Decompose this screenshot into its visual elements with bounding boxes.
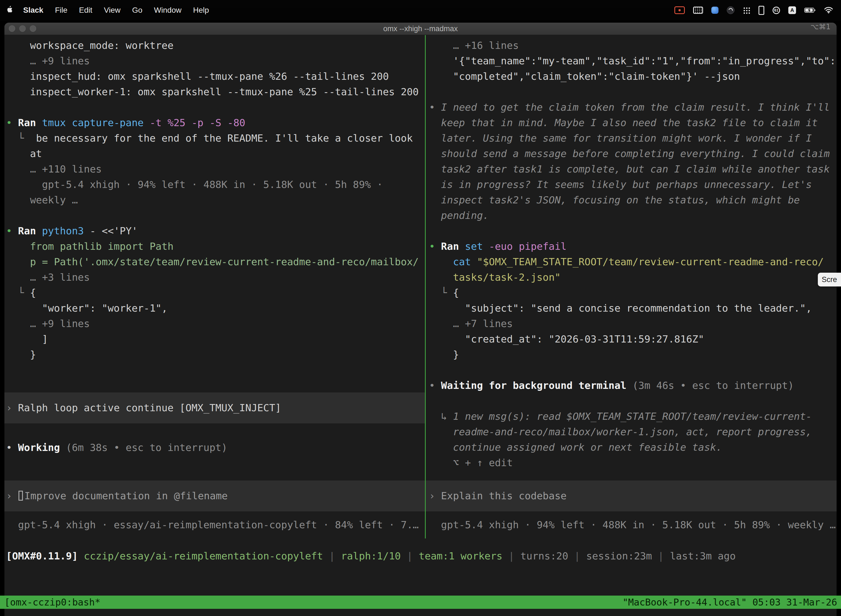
apple-menu[interactable] [4, 0, 18, 21]
screen-share-pill[interactable]: Scre [818, 273, 841, 286]
terminal-line: readme-and-reco/mailbox/worker-1.json, a… [426, 424, 837, 440]
text-segment: › [6, 490, 18, 502]
terminal-line: └ be necessary for the end of the README… [4, 131, 425, 146]
spacer [4, 455, 425, 481]
text-segment: └ [18, 287, 30, 298]
text-segment: - <<'PY' [90, 225, 138, 236]
text-segment: Ran [18, 117, 42, 128]
text-segment: from pathlib import Path [30, 241, 174, 252]
terminal-line: "completed","claim_token":"claim-token"}… [426, 69, 837, 84]
terminal-line: continue assigned work or next feasible … [426, 440, 837, 455]
battery-icon[interactable] [800, 0, 820, 21]
badge-61-icon[interactable]: 61 [768, 0, 784, 21]
tmux-status-bar: [omx-cczip0:bash* "MacBook-Pro-44.local"… [0, 595, 841, 609]
text-segment: … +9 lines [30, 318, 90, 329]
text-segment: | [401, 550, 419, 562]
text-segment: continue assigned work or next feasible … [453, 441, 722, 453]
text-segment: turns:20 [520, 550, 568, 562]
terminal-line: workspace_mode: worktree [4, 38, 425, 53]
window-title: omx --xhigh --madmax [383, 25, 458, 33]
text-segment: { [453, 287, 459, 298]
terminal-line: tasks/task-2.json" [426, 270, 837, 285]
window-titlebar[interactable]: omx --xhigh --madmax ⌥⌘1 [4, 23, 837, 35]
window-shortcut-hint: ⌥⌘1 [810, 23, 831, 35]
text-segment: cat [453, 256, 477, 267]
terminal-line: • Ran set -euo pipefail [426, 239, 837, 254]
desktop: { "menubar": { "app_name": "Slack", "ite… [0, 0, 841, 616]
spacer [4, 208, 425, 223]
menu-edit[interactable]: Edit [73, 0, 98, 21]
text-segment: gpt-5.4 xhigh · essay/ai-reimplementatio… [18, 519, 419, 531]
menu-window[interactable]: Window [148, 0, 188, 21]
spacer [4, 511, 425, 517]
text-segment: inspect_worker-1: omx sparkshell --tmux-… [30, 86, 419, 97]
text-segment: "subject": "send a concise recommendatio… [465, 302, 812, 314]
terminal-line: ⌥ + ↑ edit [426, 455, 837, 471]
screen-recording-indicator-icon[interactable] [670, 0, 689, 21]
tmux-pane-left[interactable]: workspace_mode: worktree… +9 linesinspec… [4, 35, 425, 538]
terminal-line: pending. [426, 208, 837, 223]
swirl-glyph-icon [727, 6, 734, 14]
spacer [426, 223, 837, 239]
text-segment: I need to get the claim token from the c… [441, 101, 830, 113]
terminal-line: ↳ 1 new msg(s): read $OMX_TEAM_STATE_ROO… [426, 409, 837, 424]
terminal-line: ] [4, 331, 425, 347]
text-segment: tmux capture-pane [42, 117, 149, 128]
terminal-line: gpt-5.4 xhigh · 94% left · 488K in · 5.1… [4, 177, 425, 192]
blue-app-icon[interactable] [707, 0, 722, 21]
text-segment: (3m 46s • esc to interrupt) [632, 380, 794, 391]
text-segment: last:3m ago [670, 550, 736, 562]
tmux-host-clock: "MacBook-Pro-44.local" 05:03 31-Mar-26 [623, 597, 841, 608]
swirl-app-icon[interactable] [722, 0, 738, 21]
text-segment: Ran [18, 225, 42, 236]
text-segment: | [323, 550, 341, 562]
terminal-line: weekly … [4, 192, 425, 208]
terminal-line: later. Using the same for transition mig… [426, 131, 837, 146]
text-segment: Explain this codebase [441, 490, 567, 502]
text-segment: at [30, 148, 42, 159]
wifi-icon[interactable] [820, 0, 837, 21]
menubar: Slack File Edit View Go Window Help 61 A [0, 0, 841, 21]
keyboard-grid-icon[interactable] [689, 0, 707, 21]
text-segment: • [429, 380, 441, 391]
spacer [426, 393, 837, 409]
close-button[interactable] [9, 25, 15, 32]
terminal-line: inspect_worker-1: omx sparkshell --tmux-… [4, 84, 425, 100]
prompt-row[interactable]: › Explain this codebase [426, 481, 837, 511]
apple-logo-icon [7, 6, 13, 15]
prompt-row[interactable]: › Ralph loop active continue [OMX_TMUX_I… [4, 392, 425, 423]
text-segment: should send a message before completing … [441, 148, 830, 159]
device-icon[interactable] [755, 0, 768, 21]
badge-61-label: 61 [772, 7, 780, 14]
text-segment: is in progress? It seems likely but perh… [441, 179, 812, 190]
menu-go[interactable]: Go [126, 0, 148, 21]
text-segment: [OMX#0.11.9] [6, 550, 78, 562]
terminal-line: … +7 lines [426, 316, 837, 331]
text-segment: tasks/task-2.json" [453, 271, 561, 283]
minimize-button[interactable] [19, 25, 26, 32]
text-segment: "$OMX_TEAM_STATE_ROOT/team/review-curren… [477, 256, 823, 267]
keyboard-glyph-icon [693, 7, 703, 14]
dots-grid-icon[interactable] [738, 0, 755, 21]
omx-status-line: [OMX#0.11.9] cczip/essay/ai-reimplementa… [4, 549, 837, 564]
text-segment: … +3 lines [30, 271, 90, 283]
spacer [4, 362, 425, 392]
menu-slack[interactable]: Slack [18, 0, 49, 21]
terminal-line: … +9 lines [4, 53, 425, 69]
input-source-icon[interactable]: A [784, 0, 800, 21]
text-segment: ] [42, 333, 48, 345]
tmux-pane-right[interactable]: … +16 lines'{"team_name":"my-team","task… [426, 35, 837, 538]
terminal-line: … +110 lines [4, 161, 425, 177]
text-segment: weekly … [30, 194, 78, 205]
terminal-line: • Waiting for background terminal (3m 46… [426, 378, 837, 393]
text-segment: } [453, 349, 459, 360]
terminal-line: '{"team_name":"my-team","task_id":"1","f… [426, 53, 837, 69]
menu-view[interactable]: View [98, 0, 126, 21]
menu-help[interactable]: Help [188, 0, 215, 21]
text-segment: '{"team_name":"my-team","task_id":"1","f… [453, 55, 836, 66]
text-segment: inspect task2's JSON, focusing on the st… [441, 194, 800, 205]
zoom-button[interactable] [30, 25, 36, 32]
menu-file[interactable]: File [49, 0, 73, 21]
prompt-row[interactable]: › Improve documentation in @filename [4, 481, 425, 511]
terminal-line: } [426, 347, 837, 362]
